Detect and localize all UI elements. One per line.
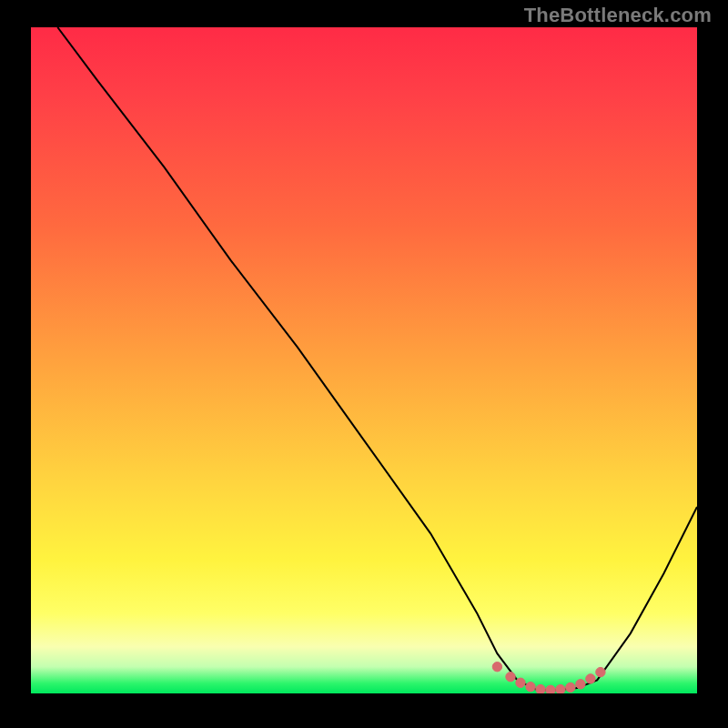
curve-marker	[576, 680, 585, 689]
curve-marker	[526, 682, 535, 692]
curve-marker	[536, 684, 545, 693]
curve-marker	[586, 674, 595, 683]
chart-frame: TheBottleneck.com	[0, 0, 728, 728]
curve-marker	[516, 678, 525, 687]
curve-marker	[566, 682, 575, 692]
bottleneck-curve-line	[57, 27, 697, 690]
curve-marker	[556, 684, 565, 693]
curve-marker	[492, 662, 501, 672]
watermark-label: TheBottleneck.com	[524, 4, 712, 27]
curve-marker	[506, 672, 515, 682]
chart-plot-area	[31, 27, 697, 693]
marker-group	[492, 662, 605, 694]
curve-marker	[546, 685, 555, 693]
curve-marker	[596, 667, 605, 676]
chart-svg	[31, 27, 697, 693]
